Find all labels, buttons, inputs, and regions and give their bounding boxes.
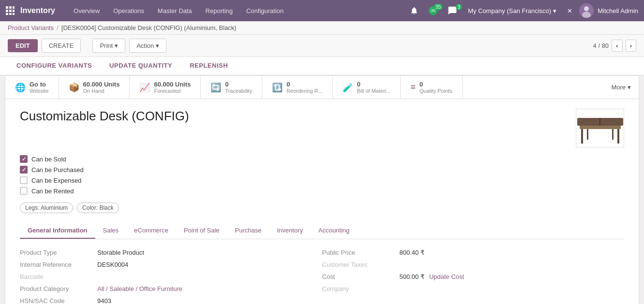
public-price-row: Public Price 800.40 ₹ <box>322 249 605 256</box>
stat-reordering[interactable]: 🔃 0 Reordering R... <box>262 76 333 99</box>
pager-section: 4 / 80 ‹ › <box>593 40 636 52</box>
product-header: Customizable Desk (CONFIG) <box>20 109 624 147</box>
svg-rect-1 <box>9 6 12 9</box>
left-form-section: Product Type Storable Product Internal R… <box>20 249 322 304</box>
svg-rect-7 <box>9 13 12 15</box>
nav-configuration[interactable]: Configuration <box>240 0 290 21</box>
nav-master-data[interactable]: Master Data <box>151 0 199 21</box>
nav-overview[interactable]: Overview <box>67 0 106 21</box>
barcode-label: Barcode <box>20 273 97 280</box>
company-label: Company <box>322 285 400 292</box>
stat-website-label: Website <box>30 88 49 94</box>
product-type-label: Product Type <box>20 249 97 256</box>
tab-general-information[interactable]: General Information <box>20 223 95 239</box>
svg-rect-14 <box>580 125 621 129</box>
breadcrumb-separator: / <box>57 24 59 31</box>
nav-right-section: 35 35 3 My Company (San Francisco) ▾ ✕ M… <box>407 3 638 18</box>
product-tags: Legs: Aluminium Color: Black <box>20 203 624 213</box>
can-be-rented-checkbox[interactable] <box>20 187 28 195</box>
product-image <box>576 109 624 147</box>
stat-traceability-val: 0 <box>225 81 252 88</box>
company-row: Company <box>322 285 605 292</box>
stat-traceability[interactable]: 🔄 0 Traceability <box>201 76 262 99</box>
can-be-sold-checkbox[interactable] <box>20 155 28 163</box>
can-be-purchased-checkbox[interactable] <box>20 166 28 174</box>
pager-next-button[interactable]: › <box>626 40 636 52</box>
product-category-value[interactable]: All / Saleable / Office Furniture <box>97 285 182 292</box>
stat-reordering-val: 0 <box>286 81 323 88</box>
stat-on-hand[interactable]: 📦 60.000 Units On Hand <box>59 76 130 99</box>
tag-color[interactable]: Color: Black <box>77 203 119 213</box>
stat-quality-points[interactable]: ≡ 0 Quality Points <box>401 76 462 99</box>
activity-button[interactable]: 35 35 <box>425 6 441 15</box>
edit-button[interactable]: EDIT <box>8 39 38 52</box>
internal-ref-row: Internal Reference DESK0004 <box>20 261 303 268</box>
stat-on-hand-val: 60.000 Units <box>83 81 120 88</box>
messages-button[interactable]: 3 <box>445 6 460 15</box>
tab-ecommerce[interactable]: eCommerce <box>126 223 176 239</box>
sub-nav-replenish[interactable]: REPLENISH <box>181 57 237 75</box>
internal-ref-value: DESK0004 <box>97 261 128 268</box>
reordering-icon: 🔃 <box>272 82 283 93</box>
stat-bom[interactable]: 🧪 0 Bill of Materi... <box>333 76 401 99</box>
apps-grid-icon[interactable] <box>6 6 15 15</box>
can-be-expensed-row[interactable]: Can be Expensed <box>20 176 624 184</box>
user-name[interactable]: Mitchell Admin <box>598 7 638 14</box>
pager-prev-button[interactable]: ‹ <box>612 40 622 52</box>
svg-rect-16 <box>617 129 619 144</box>
breadcrumb-current: [DESK0004] Customizable Desk (CONFIG) (A… <box>61 24 237 31</box>
svg-point-12 <box>584 6 589 11</box>
tag-legs[interactable]: Legs: Aluminium <box>20 203 73 213</box>
nav-operations[interactable]: Operations <box>106 0 151 21</box>
stat-quality-val: 0 <box>419 81 452 88</box>
tab-point-of-sale[interactable]: Point of Sale <box>176 223 227 239</box>
pager-info: 4 / 80 <box>593 42 609 49</box>
avatar[interactable] <box>579 3 594 18</box>
barcode-row: Barcode <box>20 273 303 280</box>
more-button[interactable]: More ▾ <box>603 76 639 99</box>
tab-sales[interactable]: Sales <box>95 223 127 239</box>
pager: 4 / 80 ‹ › <box>593 40 636 52</box>
nav-reporting[interactable]: Reporting <box>199 0 240 21</box>
can-be-expensed-checkbox[interactable] <box>20 176 28 184</box>
stat-go-to-website[interactable]: 🌐 Go to Website <box>5 76 59 99</box>
action-dropdown[interactable]: Action ▾ <box>129 39 166 53</box>
close-icon[interactable]: ✕ <box>564 7 575 14</box>
content-tabs: General Information Sales eCommerce Poin… <box>20 223 624 239</box>
forecasted-icon: 📈 <box>139 82 150 93</box>
stat-forecasted-label: Forecasted <box>154 88 191 94</box>
main-content: Customizable Desk (CONFIG) <box>5 99 639 304</box>
stat-forecasted-val: 60.000 Units <box>154 81 191 88</box>
stat-bom-label: Bill of Materi... <box>357 88 391 94</box>
tab-inventory[interactable]: Inventory <box>270 223 311 239</box>
customer-taxes-row: Customer Taxes <box>322 261 605 268</box>
sub-nav-configure-variants[interactable]: CONFIGURE VARIANTS <box>8 57 101 75</box>
tab-purchase[interactable]: Purchase <box>227 223 270 239</box>
company-selector[interactable]: My Company (San Francisco) ▾ <box>464 7 560 14</box>
product-category-label: Product Category <box>20 285 97 292</box>
tab-accounting[interactable]: Accounting <box>311 223 357 239</box>
can-be-sold-row[interactable]: Can be Sold <box>20 155 624 163</box>
hsn-code-label: HSN/SAC Code <box>20 297 97 304</box>
can-be-rented-row[interactable]: Can be Rented <box>20 187 624 195</box>
create-button[interactable]: CREATE <box>42 39 81 53</box>
svg-rect-18 <box>612 129 614 140</box>
breadcrumb: Product Variants / [DESK0004] Customizab… <box>0 21 644 35</box>
stat-forecasted[interactable]: 📈 60.000 Units Forecasted <box>130 76 201 99</box>
stat-quality-label: Quality Points <box>419 88 452 94</box>
cost-label: Cost <box>322 273 400 280</box>
stat-traceability-label: Traceability <box>225 88 252 94</box>
can-be-purchased-row[interactable]: Can be Purchased <box>20 166 624 174</box>
traceability-icon: 🔄 <box>210 82 221 93</box>
can-be-expensed-label: Can be Expensed <box>31 177 81 184</box>
svg-rect-15 <box>581 129 583 144</box>
content-card: 🌐 Go to Website 📦 60.000 Units On Hand 📈… <box>5 75 639 304</box>
breadcrumb-parent-link[interactable]: Product Variants <box>8 24 54 31</box>
sub-nav-update-quantity[interactable]: UPDATE QUANTITY <box>101 57 181 75</box>
notifications-button[interactable] <box>407 6 421 15</box>
update-cost-button[interactable]: Update Cost <box>429 273 464 280</box>
messages-badge: 3 <box>456 4 463 10</box>
cost-row: Cost 500.00 ₹ Update Cost <box>322 273 605 280</box>
print-dropdown[interactable]: Print ▾ <box>92 39 125 53</box>
bom-icon: 🧪 <box>343 82 353 93</box>
